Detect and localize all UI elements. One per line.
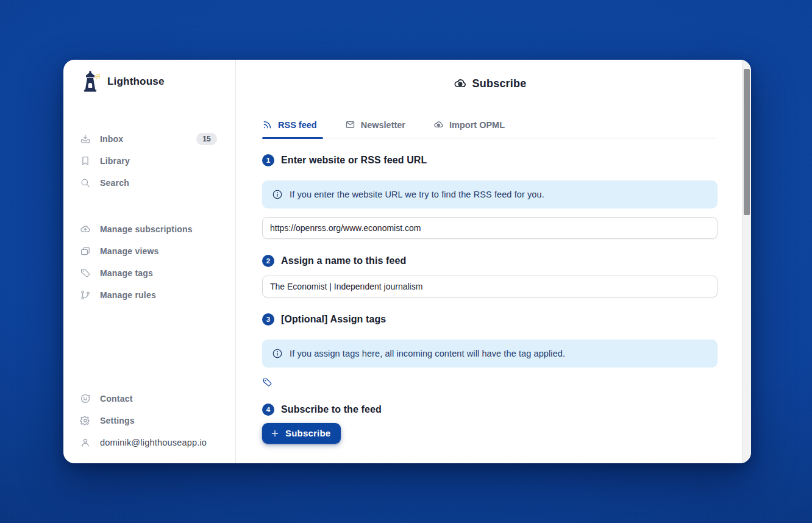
step4-title: Subscribe to the feed xyxy=(281,404,382,415)
step1-info-box: If you enter the website URL we try to f… xyxy=(262,180,718,208)
subscribe-button[interactable]: Subscribe xyxy=(262,423,341,444)
sidebar-item-manage-rules[interactable]: Manage rules xyxy=(80,284,221,306)
sidebar-item-label: Contact xyxy=(100,394,133,404)
sidebar-item-label: Manage tags xyxy=(100,268,153,278)
sidebar-nav-footer: Contact Settings dominik@lighthouseapp.i… xyxy=(80,388,221,454)
sidebar-nav-manage: Manage subscriptions Manage views Manage… xyxy=(80,218,221,306)
step1-title: Enter website or RSS feed URL xyxy=(281,155,427,166)
mail-icon xyxy=(345,119,355,130)
inbox-count-badge: 15 xyxy=(196,133,217,145)
info-icon xyxy=(272,189,283,200)
tab-label: Import OPML xyxy=(449,120,505,130)
info-icon xyxy=(272,348,283,359)
inbox-icon xyxy=(80,133,91,144)
tab-label: RSS feed xyxy=(278,120,317,130)
lighthouse-icon xyxy=(80,71,101,93)
sidebar-item-label: Inbox xyxy=(100,134,123,144)
step3-title: [Optional] Assign tags xyxy=(281,314,386,325)
step3-heading: 3 [Optional] Assign tags xyxy=(262,313,718,326)
sidebar-item-manage-tags[interactable]: Manage tags xyxy=(80,262,221,284)
sidebar-item-label: Search xyxy=(100,178,129,188)
step4-number-badge: 4 xyxy=(262,404,274,416)
account-email: dominik@lighthouseapp.io xyxy=(100,438,207,447)
feed-url-input[interactable] xyxy=(262,217,718,239)
bookmark-icon xyxy=(80,155,91,166)
step3-info-box: If you assign tags here, all incoming co… xyxy=(262,340,718,368)
tab-rss-feed[interactable]: RSS feed xyxy=(262,119,321,138)
tab-newsletter[interactable]: Newsletter xyxy=(345,119,409,138)
step1-number-badge: 1 xyxy=(262,154,274,166)
rss-icon xyxy=(262,119,272,130)
search-icon xyxy=(80,177,91,188)
sidebar-item-settings[interactable]: Settings xyxy=(80,410,221,432)
sidebar-nav-primary: Inbox 15 Library Search xyxy=(80,128,221,194)
step2-title: Assign a name to this feed xyxy=(281,255,406,266)
chat-icon xyxy=(80,393,91,404)
tab-bar: RSS feed Newsletter Import OPML xyxy=(262,119,718,138)
sidebar-item-manage-subscriptions[interactable]: Manage subscriptions xyxy=(80,218,221,240)
tag-icon xyxy=(262,377,272,388)
folders-icon xyxy=(80,246,91,257)
user-icon xyxy=(80,437,91,448)
sidebar-item-label: Manage rules xyxy=(100,290,156,300)
branch-icon xyxy=(80,290,91,301)
feed-name-input[interactable] xyxy=(262,276,718,297)
step2-heading: 2 Assign a name to this feed xyxy=(262,255,718,267)
scrollbar-thumb[interactable] xyxy=(744,69,750,215)
sidebar: Lighthouse Inbox 15 Library xyxy=(63,60,236,463)
scrollbar-track[interactable] xyxy=(742,60,751,463)
step4-heading: 4 Subscribe to the feed xyxy=(262,404,718,416)
sidebar-item-manage-views[interactable]: Manage views xyxy=(80,240,221,262)
page-title: Subscribe xyxy=(472,77,527,90)
sidebar-item-contact[interactable]: Contact xyxy=(80,388,221,410)
step3-info-text: If you assign tags here, all incoming co… xyxy=(290,349,565,358)
gear-icon xyxy=(80,415,91,426)
subscribe-button-label: Subscribe xyxy=(285,428,330,438)
step1-info-text: If you enter the website URL we try to f… xyxy=(290,190,544,199)
main-panel: Subscribe RSS feed Newsletter Import OPM… xyxy=(236,60,751,463)
assign-tags-control[interactable] xyxy=(262,377,718,388)
sidebar-item-account[interactable]: dominik@lighthouseapp.io xyxy=(80,432,221,454)
sidebar-item-label: Manage subscriptions xyxy=(100,224,193,234)
tab-label: Newsletter xyxy=(361,120,405,130)
cloud-download-icon xyxy=(80,224,91,235)
tab-import-opml[interactable]: Import OPML xyxy=(433,119,508,138)
app-title: Lighthouse xyxy=(107,76,165,88)
step3-number-badge: 3 xyxy=(262,313,274,326)
step2-number-badge: 2 xyxy=(262,255,274,267)
sidebar-item-library[interactable]: Library xyxy=(80,150,221,172)
cloud-download-icon xyxy=(454,77,467,90)
app-logo[interactable]: Lighthouse xyxy=(80,71,221,93)
sidebar-item-label: Manage views xyxy=(100,246,159,256)
app-window: Lighthouse Inbox 15 Library xyxy=(63,60,751,463)
sidebar-item-label: Library xyxy=(100,156,130,166)
step1-heading: 1 Enter website or RSS feed URL xyxy=(262,154,718,166)
plus-icon xyxy=(270,429,280,438)
cloud-download-icon xyxy=(433,119,444,130)
sidebar-item-label: Settings xyxy=(100,416,135,425)
page-header: Subscribe xyxy=(262,77,718,90)
sidebar-item-inbox[interactable]: Inbox 15 xyxy=(80,128,221,150)
tag-icon xyxy=(80,268,91,279)
sidebar-item-search[interactable]: Search xyxy=(80,172,221,194)
